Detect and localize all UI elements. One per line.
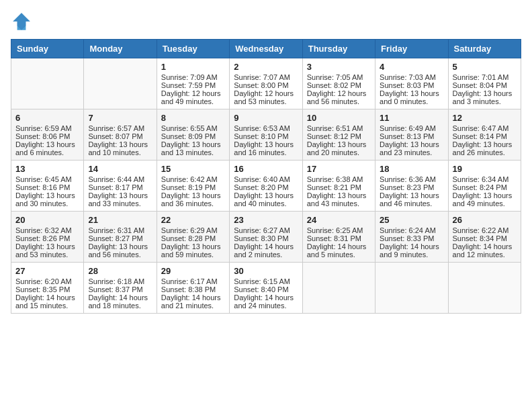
day-info: Sunset: 8:19 PM — [161, 183, 225, 191]
day-info: Sunset: 8:04 PM — [453, 81, 517, 89]
day-number: 4 — [380, 62, 443, 72]
calendar-cell: 12Sunrise: 6:47 AMSunset: 8:14 PMDayligh… — [448, 109, 521, 161]
day-info: Sunset: 8:38 PM — [161, 285, 225, 293]
calendar-cell — [448, 263, 521, 314]
day-info: Sunset: 8:30 PM — [234, 234, 298, 242]
day-number: 15 — [161, 164, 225, 174]
day-number: 19 — [453, 164, 517, 174]
day-info: Sunrise: 6:47 AM — [453, 124, 517, 132]
svg-marker-1 — [13, 13, 30, 30]
day-info: Sunset: 8:02 PM — [307, 81, 371, 89]
day-info: Sunrise: 6:55 AM — [161, 124, 225, 132]
day-number: 12 — [453, 113, 517, 123]
calendar-cell: 14Sunrise: 6:44 AMSunset: 8:17 PMDayligh… — [84, 161, 157, 212]
day-info: Sunset: 8:07 PM — [88, 132, 152, 140]
day-info: Sunrise: 7:05 AM — [307, 73, 371, 81]
day-number: 23 — [234, 215, 298, 225]
day-header-thursday: Thursday — [302, 40, 375, 58]
day-info: Daylight: 14 hours and 18 minutes. — [88, 293, 152, 310]
day-number: 7 — [88, 113, 152, 123]
day-number: 16 — [234, 164, 298, 174]
day-header-tuesday: Tuesday — [157, 40, 229, 58]
calendar-cell: 23Sunrise: 6:27 AMSunset: 8:30 PMDayligh… — [230, 212, 302, 263]
calendar-week-2: 6Sunrise: 6:59 AMSunset: 8:06 PMDaylight… — [11, 109, 521, 161]
day-number: 14 — [88, 164, 152, 174]
day-info: Sunrise: 7:01 AM — [453, 73, 517, 81]
day-info: Daylight: 13 hours and 20 minutes. — [307, 140, 371, 156]
day-info: Sunrise: 6:27 AM — [234, 226, 298, 234]
day-info: Sunrise: 6:17 AM — [161, 277, 225, 285]
day-info: Daylight: 13 hours and 40 minutes. — [234, 191, 298, 208]
calendar-cell: 18Sunrise: 6:36 AMSunset: 8:23 PMDayligh… — [375, 161, 448, 212]
day-info: Sunrise: 6:57 AM — [88, 124, 152, 132]
day-info: Daylight: 13 hours and 56 minutes. — [88, 242, 152, 259]
day-number: 28 — [88, 266, 152, 276]
day-info: Daylight: 14 hours and 9 minutes. — [380, 242, 443, 259]
day-info: Sunset: 8:23 PM — [380, 183, 443, 191]
day-info: Sunrise: 6:34 AM — [453, 175, 517, 183]
calendar-cell: 20Sunrise: 6:32 AMSunset: 8:26 PMDayligh… — [11, 212, 84, 263]
day-info: Sunset: 8:34 PM — [453, 234, 517, 242]
day-info: Daylight: 14 hours and 12 minutes. — [453, 242, 517, 259]
day-info: Daylight: 12 hours and 56 minutes. — [307, 89, 371, 105]
day-info: Daylight: 13 hours and 49 minutes. — [453, 191, 517, 208]
day-info: Daylight: 13 hours and 33 minutes. — [88, 191, 152, 208]
day-info: Sunset: 8:16 PM — [15, 183, 79, 191]
day-info: Sunset: 8:09 PM — [161, 132, 225, 140]
day-number: 11 — [380, 113, 443, 123]
day-info: Sunset: 8:12 PM — [307, 132, 371, 140]
day-info: Daylight: 13 hours and 0 minutes. — [380, 89, 443, 105]
calendar-cell: 17Sunrise: 6:38 AMSunset: 8:21 PMDayligh… — [302, 161, 375, 212]
day-number: 2 — [234, 62, 298, 72]
day-info: Sunrise: 6:40 AM — [234, 175, 298, 183]
day-number: 22 — [161, 215, 225, 225]
page-header — [11, 11, 521, 32]
day-info: Sunrise: 6:24 AM — [380, 226, 443, 234]
calendar-header-row: SundayMondayTuesdayWednesdayThursdayFrid… — [11, 40, 521, 58]
day-info: Sunset: 8:28 PM — [161, 234, 225, 242]
day-number: 5 — [453, 62, 517, 72]
day-info: Sunrise: 6:42 AM — [161, 175, 225, 183]
day-number: 24 — [307, 215, 371, 225]
calendar-cell — [11, 58, 84, 109]
calendar-table: SundayMondayTuesdayWednesdayThursdayFrid… — [11, 39, 521, 314]
logo-icon — [11, 11, 32, 32]
day-info: Daylight: 13 hours and 59 minutes. — [161, 242, 225, 259]
day-info: Sunrise: 6:31 AM — [88, 226, 152, 234]
day-info: Daylight: 14 hours and 24 minutes. — [234, 293, 298, 310]
day-info: Sunrise: 7:09 AM — [161, 73, 225, 81]
day-info: Daylight: 13 hours and 30 minutes. — [15, 191, 79, 208]
day-header-saturday: Saturday — [448, 40, 521, 58]
day-number: 10 — [307, 113, 371, 123]
day-number: 27 — [15, 266, 79, 276]
day-number: 26 — [453, 215, 517, 225]
day-number: 1 — [161, 62, 225, 72]
calendar-cell: 10Sunrise: 6:51 AMSunset: 8:12 PMDayligh… — [302, 109, 375, 161]
day-info: Daylight: 13 hours and 10 minutes. — [88, 140, 152, 156]
day-info: Daylight: 13 hours and 36 minutes. — [161, 191, 225, 208]
day-info: Sunset: 8:06 PM — [15, 132, 79, 140]
day-number: 3 — [307, 62, 371, 72]
day-info: Sunrise: 7:03 AM — [380, 73, 443, 81]
calendar-cell: 13Sunrise: 6:45 AMSunset: 8:16 PMDayligh… — [11, 161, 84, 212]
day-info: Daylight: 12 hours and 53 minutes. — [234, 89, 298, 105]
day-info: Daylight: 13 hours and 3 minutes. — [453, 89, 517, 105]
day-info: Sunset: 8:03 PM — [380, 81, 443, 89]
day-info: Sunrise: 6:20 AM — [15, 277, 79, 285]
day-info: Sunset: 8:27 PM — [88, 234, 152, 242]
day-info: Daylight: 12 hours and 49 minutes. — [161, 89, 225, 105]
calendar-cell: 6Sunrise: 6:59 AMSunset: 8:06 PMDaylight… — [11, 109, 84, 161]
day-info: Sunrise: 6:38 AM — [307, 175, 371, 183]
day-info: Daylight: 13 hours and 26 minutes. — [453, 140, 517, 156]
day-info: Sunrise: 6:29 AM — [161, 226, 225, 234]
calendar-cell: 5Sunrise: 7:01 AMSunset: 8:04 PMDaylight… — [448, 58, 521, 109]
calendar-cell: 29Sunrise: 6:17 AMSunset: 8:38 PMDayligh… — [157, 263, 229, 314]
day-number: 29 — [161, 266, 225, 276]
calendar-cell: 25Sunrise: 6:24 AMSunset: 8:33 PMDayligh… — [375, 212, 448, 263]
day-info: Sunrise: 6:59 AM — [15, 124, 79, 132]
day-info: Sunrise: 6:18 AM — [88, 277, 152, 285]
calendar-cell: 2Sunrise: 7:07 AMSunset: 8:00 PMDaylight… — [230, 58, 302, 109]
calendar-cell: 15Sunrise: 6:42 AMSunset: 8:19 PMDayligh… — [157, 161, 229, 212]
day-info: Daylight: 13 hours and 6 minutes. — [15, 140, 79, 156]
calendar-cell: 1Sunrise: 7:09 AMSunset: 7:59 PMDaylight… — [157, 58, 229, 109]
